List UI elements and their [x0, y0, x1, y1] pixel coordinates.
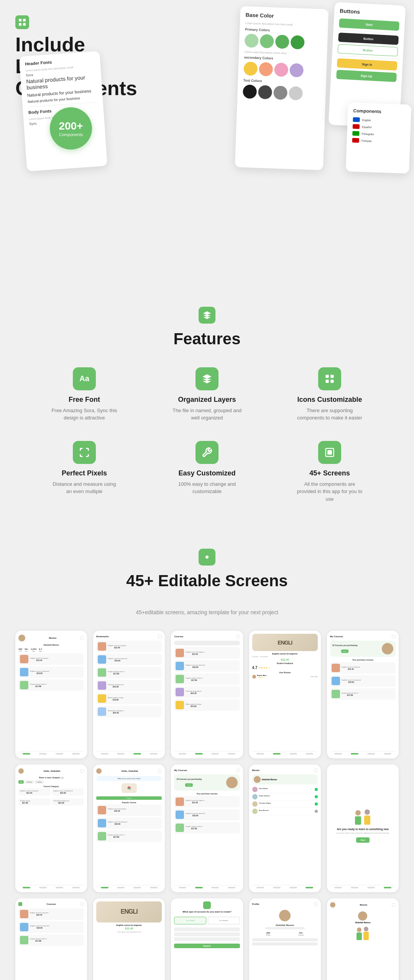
organized-layers-icon [196, 367, 219, 390]
color-black [243, 84, 257, 99]
bookmark-1: English course for beginner $12.40 [96, 641, 162, 652]
lang-spanish: Español [362, 125, 372, 128]
screen-engli-detail: ENGLI English course for beginner 4 revi… [249, 631, 321, 758]
ready-title: Are you ready to learn to something new [337, 828, 389, 830]
component-item-3: Português [352, 131, 405, 138]
screen-courses-3: Courses English course for beginner $12.… [15, 898, 87, 980]
feature-perfect-pixels: Perfect Pixels Distance and measure usin… [34, 441, 134, 503]
primary-colors-label: Primary Colors [245, 28, 322, 34]
purchase-courses-2-label: Your purchase courses [174, 793, 240, 795]
my-course-1: English course for beginner $12.40 [330, 662, 396, 674]
flag-spain [353, 124, 360, 129]
svg-rect-9 [327, 450, 332, 455]
student-option[interactable]: I'm a student [174, 917, 206, 924]
user-review-label: User Review [252, 671, 318, 674]
icons-customizable-desc: There are supporting components to make … [295, 407, 364, 422]
register-btn-mock: Register [174, 944, 240, 948]
badge-label: Components [59, 132, 83, 137]
bm-thumb-3 [98, 668, 106, 677]
rating-row: 4.7 ★★★★☆ [252, 666, 318, 670]
bookmarks-bottom-nav [96, 751, 162, 755]
sc-nav [18, 885, 84, 889]
features-section: Features Aa Free Font Free Amazing Sora,… [0, 284, 414, 526]
chat-greeting: Hello, Abdullah [122, 770, 138, 772]
hero-section: Include Design Components 200+ Component… [0, 0, 414, 284]
screen-account-type: What type of account do you want to crea… [171, 898, 243, 980]
offline-indicator [315, 810, 318, 813]
features-title: Features [23, 330, 391, 348]
teacher-option[interactable]: I'm a teacher [208, 917, 240, 924]
account-form: Register [174, 927, 240, 948]
popular-2: English course for advanced $15.50 [96, 817, 162, 829]
engli-banner: ENGLI [252, 634, 318, 651]
my-courses-2-title: My Courses [174, 769, 187, 771]
screen-chat-popular: Hello, Abdullah What do you want to lear… [93, 765, 165, 892]
color-desc-text: Colors used Description lorem short [244, 51, 322, 56]
cc-3: Graphic design $17.99 [18, 798, 51, 806]
color-light-gray [289, 86, 303, 100]
icons-customizable-icon [318, 367, 341, 390]
mentor-figures [355, 809, 370, 825]
pass-input-mock [174, 937, 240, 941]
msg-4: Nora Brunner... [252, 808, 318, 815]
sc-avatar [18, 768, 24, 774]
screen-mentor-messages: Mentor Abdullah Mamun Ilona Holder... [249, 765, 321, 892]
explore-btn: Explore [96, 796, 162, 800]
profile-name: Abdullah Mamun [276, 924, 294, 926]
figure-1 [355, 810, 361, 825]
screen-engli-2: ENGLI English course for beginner $12.40… [93, 898, 165, 980]
course-category-label: Course Category [18, 785, 84, 788]
my-course-2-2: English course for advanced $15.50 [174, 809, 240, 821]
course-thumb-1 [176, 649, 184, 657]
flag-uk [353, 117, 360, 122]
component-item-4: Français [352, 138, 405, 145]
mock-signin-btn: Sign In [337, 58, 398, 71]
my-courses-title: My Courses [330, 635, 343, 638]
free-font-icon: Aa [73, 367, 96, 390]
reviewer-avatar [252, 675, 256, 679]
buttons-screen-title: Buttons [340, 8, 400, 17]
mentor-msg-nav [252, 885, 318, 889]
lang-portuguese: Português [361, 132, 374, 135]
color-gray [273, 86, 288, 100]
online-indicator-2 [315, 795, 318, 798]
bm-thumb-4 [98, 681, 106, 690]
c3-1: English course for beginner $12.40 [18, 908, 84, 920]
msg-avatar-3 [252, 801, 258, 807]
color-green-3 [275, 35, 289, 49]
course-category-grid: English course for beginner $12.40 Engli… [18, 788, 84, 807]
screen-profile: Profile Abdullah Mamun 162Follow 10+Cour… [249, 898, 321, 980]
engli-2-text: ENGLI [121, 908, 138, 915]
mentor3-name: Abdullah Mamun [355, 921, 370, 924]
app-screens-row-3: Courses English course for beginner $12.… [15, 898, 399, 980]
category-tabs: All Design Coding [18, 780, 84, 784]
sc-notif [80, 769, 84, 773]
bm-thumb-2 [98, 655, 106, 664]
svg-point-10 [205, 556, 209, 559]
msg-avatar-2 [252, 794, 258, 799]
primary-colors-row [245, 34, 322, 50]
course-meta-row: 4 reviews 42 students [252, 656, 318, 658]
text-colors-label: Text Colors [243, 78, 320, 85]
chat-message: What do you want to learn today? [96, 776, 162, 781]
mentor-profile-card: Abdullah Mamun [252, 774, 318, 784]
mentor-course-1: English course for beginner $12.40 [18, 653, 84, 665]
mentor3-avatar-sm [330, 902, 335, 908]
perfect-pixels-name: Perfect Pixels [62, 469, 107, 477]
cc-1: English course for beginner $12.40 [18, 788, 51, 796]
nav-search [39, 753, 47, 755]
student-feedback-label: Student Feedback [252, 662, 318, 664]
icons-customizable-name: Icons Customizable [297, 396, 362, 404]
perfect-pixels-desc: Distance and measure using an even multi… [50, 480, 119, 495]
component-item-1: English [353, 117, 405, 124]
courses-notif [236, 635, 240, 638]
course-thumb-3 [176, 675, 184, 683]
profile-stats: 162Follow 10+Courses [252, 932, 318, 936]
bookmark-3: Graphic design for A to Z $17.99 [96, 667, 162, 678]
start-btn[interactable]: Start [356, 837, 370, 843]
mentor3-figures [330, 927, 396, 940]
features-grid: Aa Free Font Free Amazing Sora, Sync thi… [34, 367, 380, 503]
c3-2: English course for advanced $15.50 [18, 921, 84, 933]
screen-courses: Courses English course for beginner $12.… [171, 631, 243, 758]
mentor-stats: 162Fol 10+Co 1,012Stu 4.7Rat [18, 648, 84, 652]
